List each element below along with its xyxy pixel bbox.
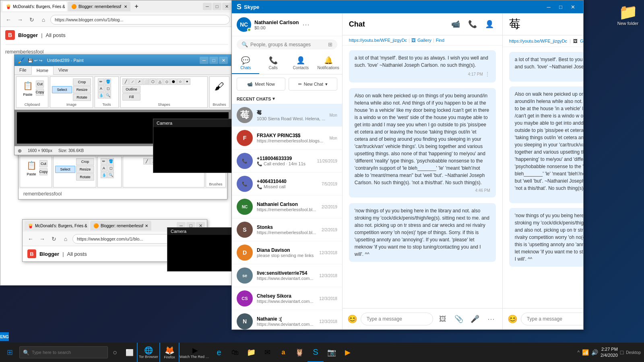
paint-qa-undo[interactable]: ↩ <box>34 58 37 63</box>
browser-maximize[interactable]: □ <box>213 3 221 10</box>
taskbar-camera[interactable]: 📷 <box>324 343 340 362</box>
shape-10[interactable]: ✦ <box>184 78 190 85</box>
chat-item-3[interactable]: 📞 +4064310440 📞 Missed call 7/5/2019 <box>232 173 342 195</box>
text-tool[interactable]: A <box>98 85 104 92</box>
find-link[interactable]: Find <box>436 38 444 43</box>
search-bar[interactable]: 🔍 <box>19 346 108 358</box>
cortana-button[interactable]: ○ <box>108 343 122 362</box>
show-hidden-icons[interactable]: ^ <box>577 350 580 355</box>
taskbar-app-video[interactable]: ▶ Watch The Red Pill 20... <box>179 343 211 362</box>
new-folder-icon[interactable]: 📁 New folder <box>612 0 644 29</box>
paint-qa-save[interactable]: 💾 <box>28 58 33 63</box>
refresh-button[interactable]: ↻ <box>27 15 37 25</box>
nav-chats[interactable]: 💬 Chats <box>232 53 259 74</box>
back-button[interactable]: ← <box>4 15 13 25</box>
paint-tab-home[interactable]: Home <box>31 66 54 75</box>
task-view-button[interactable]: ⬜ <box>122 343 137 362</box>
chat-item-4[interactable]: NC Nathaniel Carlson https://rememeberle… <box>232 195 342 218</box>
skype-more-button[interactable]: ⋯ <box>302 20 310 29</box>
select-mid-button[interactable]: Select <box>55 166 75 173</box>
chat-item-0[interactable]: 莓 莓 1030 Sierra Road West. Helena, ... M… <box>232 104 342 127</box>
pencil-tool[interactable]: ✏ <box>98 78 104 85</box>
chat-item-6[interactable]: D Diana Davison please stop sending me l… <box>232 241 342 264</box>
browser-close[interactable]: ✕ <box>222 3 231 10</box>
tab2-close[interactable]: ✕ <box>124 4 127 9</box>
taskbar-tripadvisor[interactable]: 🦉 <box>291 343 308 362</box>
nav-contacts[interactable]: 👤 Contacts <box>287 53 314 74</box>
shape-mid-1[interactable]: ╱ <box>143 158 150 165</box>
rotate-button[interactable]: Rotate <box>73 94 91 101</box>
fill-tool[interactable]: 🪣 <box>105 78 111 85</box>
shape-6[interactable]: △ <box>157 78 163 85</box>
crop-button[interactable]: Crop <box>73 78 91 86</box>
notification-center[interactable]: □ <box>620 349 623 356</box>
nav-notifications[interactable]: 🔔 Notifications <box>314 53 342 74</box>
right-gallery-link[interactable]: Gallery <box>580 39 583 43</box>
resize-button[interactable]: Resize <box>73 86 91 93</box>
refresh-bot[interactable]: ↻ <box>49 234 59 244</box>
browser-tab-2[interactable]: 🟠 Blogger: rememberlessf ✕ <box>68 2 130 11</box>
shape-8[interactable]: ⬣ <box>170 78 177 85</box>
search-menu-icon[interactable]: ⊞ <box>328 41 332 47</box>
fill-mid[interactable]: 🪣 <box>107 158 114 165</box>
chat-item-1[interactable]: F FR3AKY PRINC3$$ https://rememeberlessf… <box>232 127 342 150</box>
shape-2[interactable]: ⟋ <box>129 78 136 85</box>
chat-item-5[interactable]: S Stonks https://rememeberlessfool.bl...… <box>232 218 342 241</box>
network-icon[interactable]: 📶 <box>582 349 589 356</box>
shape-5[interactable]: ⬡ <box>150 78 156 85</box>
image-attach-button[interactable]: 🖼 <box>436 313 449 325</box>
taskbar-store[interactable]: 🛍 <box>227 343 243 362</box>
chat-item-9[interactable]: N Nathanie :( https://www.deviantart.com… <box>232 310 342 329</box>
chat-item-8[interactable]: CS Chelsey Sikora https://www.deviantart… <box>232 287 342 310</box>
brushes-icon[interactable]: 🖌 <box>211 78 227 95</box>
start-button[interactable]: ⊞ <box>0 343 19 362</box>
meet-now-button[interactable]: 📹 Meet Now <box>237 78 285 90</box>
paint-tab-file[interactable]: File <box>14 66 31 74</box>
paste-mid-button[interactable]: 📋 Paste <box>24 158 39 177</box>
resize-mid-button[interactable]: Resize <box>76 166 94 173</box>
chat-item-7[interactable]: se live:sensitiveterrie754 https://www.d… <box>232 264 342 287</box>
new-chat-button[interactable]: ✏ New Chat ▾ <box>289 78 337 90</box>
back-bot[interactable]: ← <box>26 234 35 244</box>
crop-mid-button[interactable]: Crop <box>76 158 94 165</box>
skype-minimize[interactable]: ─ <box>543 2 554 12</box>
fill-button[interactable]: Fill <box>122 93 140 101</box>
chat-item-2[interactable]: 📞 +118004633339 📞 Call ended · 14m 11s 1… <box>232 150 342 173</box>
copy-mid-button[interactable]: Copy <box>39 168 47 175</box>
add-contact-button[interactable]: 👤 <box>483 18 496 31</box>
cut-button[interactable]: Cut <box>36 80 44 88</box>
paint-close-top[interactable]: ✕ <box>219 57 228 64</box>
taskbar-mail[interactable]: ✉ <box>259 343 275 362</box>
forward-bot[interactable]: → <box>37 234 47 244</box>
tab-bot-2-close[interactable]: ✕ <box>145 224 148 228</box>
browser-minimize[interactable]: ─ <box>203 3 212 10</box>
clock[interactable]: 2:27 PM 2/4/2020 <box>601 346 618 359</box>
picker-tool[interactable]: 💧 <box>98 92 104 99</box>
shape-4[interactable]: ⬜ <box>143 78 149 85</box>
emoji-button[interactable]: 😊 <box>347 314 357 324</box>
taskbar-edge[interactable]: e <box>211 343 227 362</box>
browser-tab-bot-2[interactable]: 🟠 Blogger: rememberlessf ✕ <box>90 221 151 230</box>
new-chat-dropdown[interactable]: ▾ <box>325 82 328 87</box>
msg-more-1[interactable]: ⋮ <box>485 70 490 78</box>
paste-button[interactable]: 📋 Paste <box>21 78 35 97</box>
desktop-peek[interactable]: Desktop <box>626 350 641 355</box>
zoom-tool[interactable]: 🔍 <box>105 92 111 99</box>
shape-9[interactable]: ☆ <box>177 78 184 85</box>
rotate-mid-button[interactable]: Rotate <box>76 173 94 181</box>
skype-search-input[interactable] <box>250 42 326 47</box>
text-mid[interactable]: A <box>101 165 107 171</box>
paint-qa-redo[interactable]: ↪ <box>39 58 42 63</box>
shape-1[interactable]: ╱ <box>122 78 129 85</box>
eraser-tool[interactable]: ◻ <box>105 85 111 92</box>
zoom-mid[interactable]: 🔍 <box>107 172 114 178</box>
video-call-button[interactable]: 📹 <box>449 18 462 31</box>
voice-message-button[interactable]: 🎤 <box>469 313 481 325</box>
outline-button[interactable]: Outline <box>122 86 140 93</box>
taskbar-media[interactable]: ▶ <box>340 343 356 362</box>
paint-tab-view[interactable]: View <box>54 66 73 74</box>
skype-close[interactable]: ✕ <box>567 2 578 12</box>
gallery-link[interactable]: Gallery <box>417 38 431 43</box>
taskbar-files[interactable]: 📁 <box>243 343 259 362</box>
new-tab-button[interactable]: + <box>132 2 141 11</box>
